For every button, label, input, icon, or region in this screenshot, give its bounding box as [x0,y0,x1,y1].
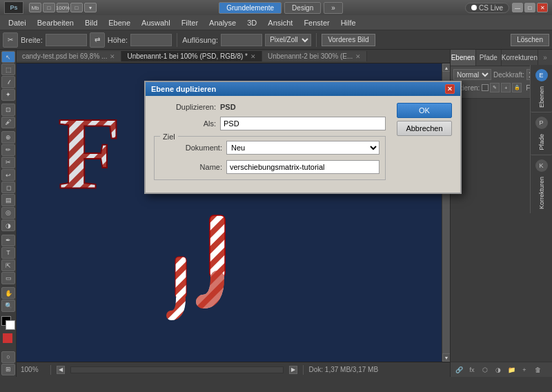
move-tool[interactable]: ↖ [1,51,15,63]
resolution-label: Auflösung: [182,36,218,44]
menu-hilfe[interactable]: Hilfe [335,17,362,28]
name-label: Name: [160,163,222,171]
menu-bearbeiten[interactable]: Bearbeiten [32,17,79,28]
tool-modes [1,333,15,347]
title-bar: Ps Mb □ 100% □ ▾ Grundelemente Design » … [0,0,552,15]
gradient-tool[interactable]: ▤ [1,194,15,206]
resolution-input[interactable] [221,34,262,46]
ziel-group: Ziel Dokument: Neu Name: [154,136,386,180]
dialog-buttons: OK Abbrechen [397,103,452,186]
title-icon-group: Mb □ 100% □ ▾ [29,3,97,12]
workspace-tab-grundelemente[interactable]: Grundelemente [219,2,282,14]
foreground-red-color[interactable] [3,333,12,343]
name-row: Name: [160,160,379,174]
ps-logo: Ps [4,1,23,14]
lasso-tool[interactable]: 𝓁 [1,76,15,88]
window-controls: — □ ✕ [512,3,548,12]
hand-tool[interactable]: ✋ [1,287,15,299]
pen-tool[interactable]: ✒ [1,235,15,246]
menu-analyse[interactable]: Analyse [204,17,241,28]
eyedropper-tool[interactable]: 🖋 [1,117,15,128]
close-button[interactable]: ✕ [537,3,548,12]
text-tool[interactable]: T [1,247,15,259]
duplizieren-row: Duplizieren: PSD [154,103,386,111]
workspace-tabs: Grundelemente Design » [101,2,461,14]
swap-icon[interactable]: ⇄ [90,32,105,48]
left-toolbar: ↖ ⬚ 𝓁 ✦ ⊡ 🖋 ⊕ ✏ ✂ ↩ ◻ ▤ ◎ ◑ ✒ T ⇱ ▭ ✋ 🔍 … [0,50,17,377]
workspace-tab-overflow[interactable]: » [324,2,343,14]
menu-3d[interactable]: 3D [241,17,262,28]
ok-button[interactable]: OK [397,103,452,118]
tool-sep-2 [1,129,14,131]
title-right-controls: CS Live — □ ✕ [465,3,548,13]
canvas-area: candy-test.psd bei 69,8% ... ✕ Unbenannt… [17,50,552,377]
color-swatch[interactable] [1,316,15,330]
magic-wand-tool[interactable]: ✦ [1,89,15,101]
dialog-main-content: Duplizieren: PSD Als: Ziel [154,103,452,186]
menu-bild[interactable]: Bild [79,17,103,28]
dokument-select[interactable]: Neu [226,141,379,155]
dialog-title-text: Ebene duplizieren [151,85,216,93]
clone-tool[interactable]: ✂ [1,157,15,168]
sep2 [316,33,317,47]
vorderes-bild-button[interactable]: Vorderes Bild [322,34,375,46]
width-input[interactable] [46,34,87,46]
minimize-button[interactable]: — [512,3,523,12]
duplicate-layer-dialog: Ebene duplizieren ✕ Duplizieren: PSD [144,81,462,194]
menu-ebene[interactable]: Ebene [103,17,136,28]
dodge-tool[interactable]: ◑ [1,219,15,231]
shape-tool[interactable]: ▭ [1,272,15,284]
quick-mask-tool[interactable]: ○ [1,351,15,363]
cs-live-label: CS Live [479,4,503,12]
dialog-title-bar: Ebene duplizieren ✕ [146,82,460,96]
cs-live-button[interactable]: CS Live [465,3,509,13]
healing-tool[interactable]: ⊕ [1,131,15,143]
path-select-tool[interactable]: ⇱ [1,259,15,271]
cs-live-dot [471,5,477,10]
abbrechen-button[interactable]: Abbrechen [397,121,452,136]
tool-sep-3 [1,232,14,234]
menu-ansicht[interactable]: Ansicht [262,17,298,28]
screen-mode-tool[interactable]: ⊞ [1,364,15,375]
resolution-unit-select[interactable]: Pixel/Zoll [265,34,311,46]
canvas-icon[interactable]: □ [70,3,83,12]
menu-bar: Datei Bearbeiten Bild Ebene Auswahl Filt… [0,15,552,30]
name-input[interactable] [226,160,379,174]
menu-datei[interactable]: Datei [3,17,32,28]
main-area: ↖ ⬚ 𝓁 ✦ ⊡ 🖋 ⊕ ✏ ✂ ↩ ◻ ▤ ◎ ◑ ✒ T ⇱ ▭ ✋ 🔍 … [0,50,552,377]
crop-tool[interactable]: ⊡ [1,104,15,115]
sep1 [177,33,177,47]
height-input[interactable] [130,34,172,46]
brush-tool[interactable]: ✏ [1,144,15,156]
dokument-label: Dokument: [160,144,222,152]
zoom-tool[interactable]: 🔍 [1,300,15,311]
options-icon[interactable]: □ [43,3,55,12]
menu-filter[interactable]: Filter [176,17,204,28]
als-label: Als: [154,119,216,128]
eraser-tool[interactable]: ◻ [1,182,15,193]
blur-tool[interactable]: ◎ [1,207,15,219]
marquee-tool[interactable]: ⬚ [1,63,15,75]
background-color[interactable] [6,320,15,330]
tool-sep-4 [1,285,14,287]
dokument-row: Dokument: Neu [160,141,379,155]
menu-fenster[interactable]: Fenster [298,17,335,28]
menu-auswahl[interactable]: Auswahl [136,17,176,28]
workspace-tab-design[interactable]: Design [284,2,321,14]
dialog-fields: Duplizieren: PSD Als: Ziel [154,103,386,186]
dialog-close-button[interactable]: ✕ [445,84,455,94]
loeschen-button[interactable]: Löschen [511,34,549,46]
ziel-group-title: Ziel [160,133,178,141]
height-label: Höhe: [108,36,128,44]
dialog-overlay: Ebene duplizieren ✕ Duplizieren: PSD [17,50,552,377]
maximize-button[interactable]: □ [524,3,535,12]
zoom-display[interactable]: 100% [57,3,69,12]
duplizieren-value: PSD [220,103,236,111]
tool-sep-5 [1,313,14,315]
arrange-icon[interactable]: ▾ [84,3,97,12]
history-tool[interactable]: ↩ [1,169,15,181]
duplizieren-label: Duplizieren: [154,103,216,111]
als-input[interactable] [220,117,386,130]
mb-icon[interactable]: Mb [29,3,41,12]
crop-tool-icon[interactable]: ✂ [3,32,18,48]
